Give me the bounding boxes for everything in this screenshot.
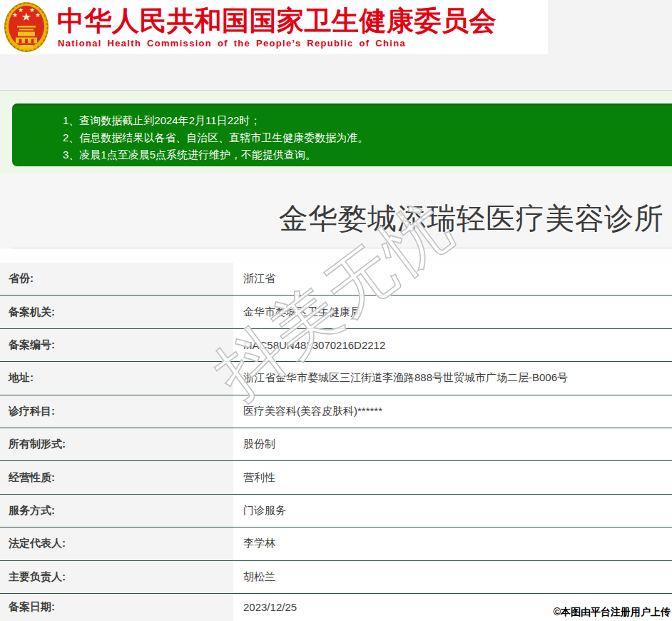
notice-list: 1、查询数据截止到2024年2月11日22时； 2、信息数据结果以各省、自治区、… — [12, 106, 672, 163]
header-banner: ★ ★ ★ ★ ★ 中华人民共和国国家卫生健康委员会 National Heal… — [0, 0, 548, 54]
table-row: 经营性质: 营利性 — [0, 461, 672, 494]
row-label: 备案日期: — [0, 594, 233, 621]
table-row: 主要负责人: 胡松兰 — [0, 561, 672, 594]
row-value: 浙江省金华市婺城区三江街道李渔路888号世贸城市广场二层-B006号 — [233, 362, 672, 394]
row-label: 主要负责人: — [0, 561, 233, 593]
site-title-english: National Health Commission of the People… — [58, 38, 406, 49]
row-value: 股份制 — [233, 428, 672, 460]
table-row: 省份: 浙江省 — [0, 263, 672, 296]
row-label: 地址: — [0, 362, 233, 394]
site-title-chinese: 中华人民共和国国家卫生健康委员会 — [57, 5, 497, 36]
table-row: 法定代表人: 李学林 — [0, 527, 672, 560]
row-value: 医疗美容科(美容皮肤科)****** — [233, 395, 672, 428]
upload-notice: ©本图由平台注册用户上传 — [554, 606, 671, 619]
row-label: 法定代表人: — [0, 527, 233, 560]
row-label: 省份: — [0, 263, 233, 295]
svg-text:★: ★ — [29, 6, 35, 14]
record-table: 省份: 浙江省 备案机关: 金华市婺城区卫生健康局 备案编号: MAC58UN4… — [0, 263, 672, 621]
svg-text:★: ★ — [35, 11, 41, 19]
china-national-emblem-icon: ★ ★ ★ ★ ★ — [3, 1, 50, 53]
notice-box: 1、查询数据截止到2024年2月11日22时； 2、信息数据结果以各省、自治区、… — [12, 104, 672, 166]
row-value: 胡松兰 — [233, 561, 672, 593]
table-row: 备案编号: MAC58UN4833070216D2212 — [0, 329, 672, 362]
row-label: 经营性质: — [0, 461, 233, 493]
svg-text:★: ★ — [12, 11, 18, 19]
table-row: 所有制形式: 股份制 — [0, 428, 672, 461]
svg-text:★: ★ — [18, 6, 24, 14]
table-row: 诊疗科目: 医疗美容科(美容皮肤科)****** — [0, 395, 672, 428]
row-label: 备案机关: — [0, 296, 233, 328]
row-label: 诊疗科目: — [0, 395, 233, 428]
table-row: 地址: 浙江省金华市婺城区三江街道李渔路888号世贸城市广场二层-B006号 — [0, 362, 672, 395]
row-label: 服务方式: — [0, 495, 233, 527]
row-label: 所有制形式: — [0, 428, 233, 460]
row-value: 李学林 — [233, 527, 672, 560]
table-row: 备案机关: 金华市婺城区卫生健康局 — [0, 296, 672, 328]
row-value: MAC58UN4833070216D2212 — [233, 329, 672, 361]
notice-item-3: 3、凌晨1点至凌晨5点系统进行维护，不能提供查询。 — [63, 146, 665, 163]
row-value: 门诊服务 — [233, 495, 672, 527]
row-label: 备案编号: — [0, 329, 233, 361]
row-value: 金华市婺城区卫生健康局 — [233, 296, 672, 328]
notice-item-2: 2、信息数据结果以各省、自治区、直辖市卫生健康委数据为准。 — [63, 129, 665, 146]
notice-item-1: 1、查询数据截止到2024年2月11日22时； — [63, 112, 665, 129]
table-row: 服务方式: 门诊服务 — [0, 495, 672, 527]
clinic-name-title: 金华婺城添瑞轻医疗美容诊所 — [279, 199, 664, 238]
row-value: 营利性 — [233, 461, 672, 493]
row-value: 浙江省 — [233, 263, 672, 295]
